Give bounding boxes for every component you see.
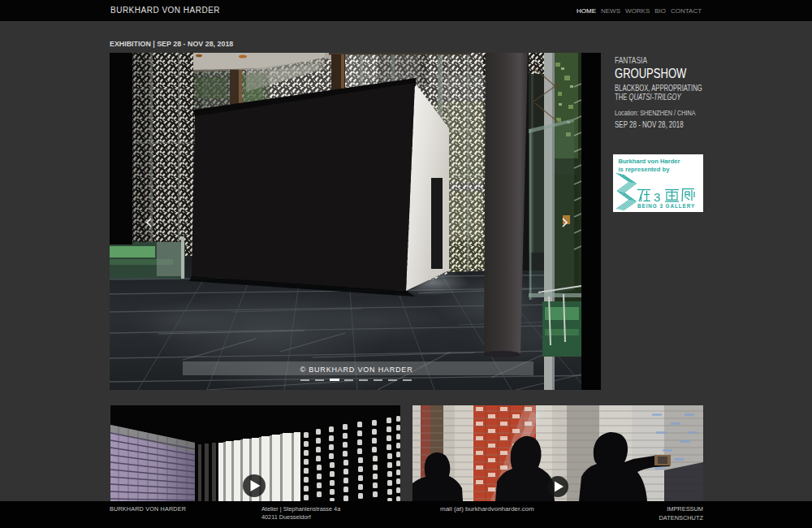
svg-text:© BURKHARD VON HARDER: © BURKHARD VON HARDER	[300, 366, 413, 374]
svg-text:is represented by: is represented by	[619, 166, 671, 173]
svg-text:BEING 3 GALLERY: BEING 3 GALLERY	[637, 203, 695, 209]
svg-text:3: 3	[654, 190, 660, 204]
svg-text:Burkhard von Harder: Burkhard von Harder	[619, 158, 680, 165]
